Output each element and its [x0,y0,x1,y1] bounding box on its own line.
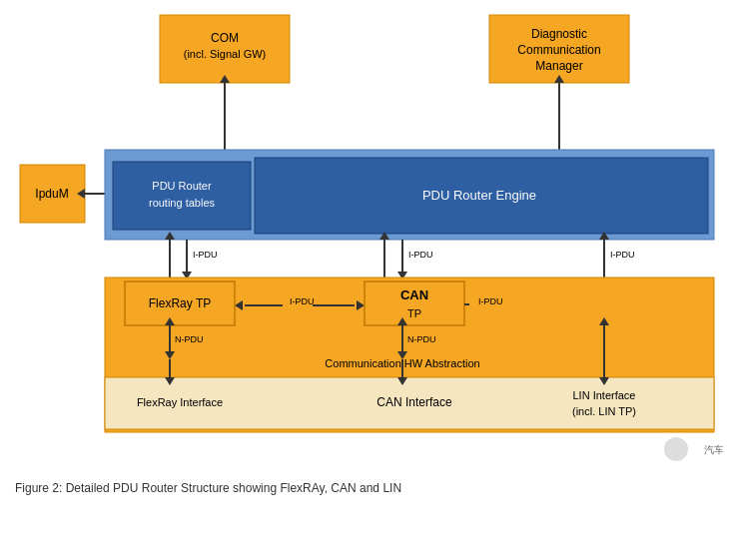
can-npdu-label: N-PDU [407,334,436,344]
can-tp-label2: TP [407,307,421,319]
can-right-ipdu-label: I-PDU [478,296,503,306]
can-tp-label1: CAN [400,287,428,302]
pdu-routing-box [113,162,251,230]
pdu-routing-label2: routing tables [149,197,216,209]
lin-interface-label1: LIN Interface [573,389,636,401]
pdu-routing-label1: PDU Router [152,180,212,192]
figure-caption-text: Figure 2: Detailed PDU Router Structure … [15,481,401,495]
diag-label2: Communication [517,43,600,57]
flexray-tp-label: FlexRay TP [149,296,211,310]
can-ipdu-label1: I-PDU [408,250,433,260]
main-container: COM (incl. Signal GW) Diagnostic Communi… [0,0,738,560]
diag-label1: Diagnostic [531,27,587,41]
flexray-ipdu-label1: I-PDU [193,250,218,260]
flexray-npdu-label: N-PDU [175,334,204,344]
flexray-interface-label: FlexRay Interface [137,396,223,408]
lin-interface-label2: (incl. LIN TP) [572,405,636,417]
diagram-svg: COM (incl. Signal GW) Diagnostic Communi… [15,10,723,479]
can-interface-label: CAN Interface [376,395,452,409]
ipdum-label: IpduM [35,187,68,201]
watermark-icon [664,437,688,461]
right-ipdu-label: I-PDU [610,250,635,260]
mid-ipdu-label: I-PDU [290,296,315,306]
figure-caption: Figure 2: Detailed PDU Router Structure … [15,481,723,495]
com-sublabel: (incl. Signal GW) [184,48,267,60]
pdu-engine-label: PDU Router Engine [422,188,536,203]
watermark-text: 汽车电子嵌入式 [704,444,723,455]
diag-label3: Manager [535,59,582,73]
com-label: COM [211,31,239,45]
